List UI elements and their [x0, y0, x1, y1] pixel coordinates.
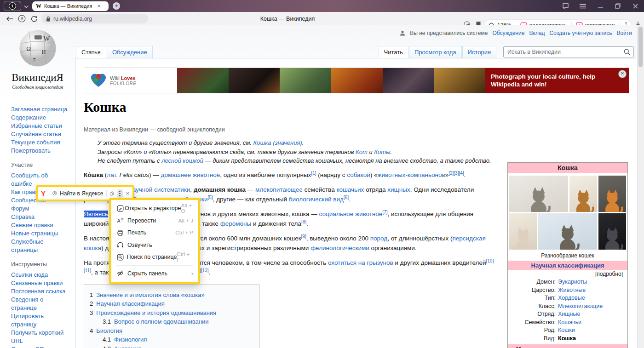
personal-link[interactable]: Вклад — [529, 30, 545, 36]
article-link[interactable]: животных-компаньонов — [377, 171, 445, 178]
toc-link[interactable]: Значение и этимология слова «кошка» — [96, 291, 204, 300]
article-link[interactable]: Кот — [356, 148, 368, 155]
cat-photo[interactable] — [598, 176, 626, 212]
reference-link[interactable]: [9] — [301, 234, 306, 239]
wiki-search-box[interactable] — [503, 46, 634, 57]
refresh-button[interactable] — [28, 14, 40, 24]
wiki-loves-folklore-banner[interactable]: Wiki Loves FOLKLORE Photograph your loc — [84, 68, 629, 93]
banner-close-icon[interactable]: ✕ — [618, 70, 627, 78]
toc-link[interactable]: Биология — [96, 326, 122, 336]
toc-link[interactable]: Физиология — [114, 335, 147, 344]
cat-photo[interactable] — [598, 213, 626, 250]
context-menu-item[interactable]: Открыть в редактореAlt + O — [111, 202, 198, 215]
copy-icon[interactable] — [110, 190, 114, 197]
taxonomy-value[interactable]: Млекопитающие — [558, 302, 603, 311]
search-icon[interactable] — [624, 49, 630, 55]
taxonomy-value[interactable]: Хищные — [558, 310, 580, 319]
toc-link[interactable]: Происхождение и история одомашнивания — [96, 308, 216, 318]
toc-entry[interactable]: 1Значение и этимология слова «кошка» — [90, 291, 253, 300]
popup-close-icon[interactable] — [126, 191, 129, 196]
personal-link[interactable]: Создать учётную запись — [549, 30, 612, 36]
article-link[interactable]: пород — [370, 235, 387, 242]
sidebar-link[interactable]: Скачать QR-код — [11, 345, 69, 348]
reference-link[interactable]: [2][3][4] — [448, 170, 464, 175]
minimize-button[interactable] — [592, 0, 609, 12]
personal-link[interactable]: Войти — [616, 30, 632, 36]
article-link[interactable]: социальное животное — [319, 211, 383, 217]
browser-tab[interactable]: W Кошка — Википедия ✕ — [32, 1, 109, 11]
taxonomy-value[interactable]: Животные — [558, 286, 586, 295]
personal-link[interactable]: Обсуждение — [492, 30, 524, 36]
context-menu-item[interactable]: Скрыть панель› — [111, 268, 198, 280]
address-bar[interactable]: ru.wikipedia.org — [41, 14, 148, 23]
reference-link[interactable]: [5] — [208, 194, 213, 200]
sidebar-link[interactable]: Связанные правки — [11, 279, 69, 287]
reference-link[interactable]: [1] — [311, 170, 316, 175]
wiki-tab[interactable]: Просмотр кода — [409, 46, 462, 58]
article-link[interactable]: феромоны — [220, 220, 252, 227]
sidebar-link[interactable]: Получить короткий URL — [11, 329, 69, 345]
menu-hamburger-icon[interactable] — [574, 0, 592, 12]
sidebar-link[interactable]: Форум — [11, 205, 69, 213]
toc-entry[interactable]: 3Происхождение и история одомашнивания — [90, 308, 253, 318]
yandex-logo-icon[interactable]: Y — [41, 189, 46, 197]
sidebar-link[interactable]: Цитировать страницу — [11, 312, 69, 329]
wiki-tab[interactable]: Обсуждение — [107, 46, 153, 58]
article-link[interactable]: научной систематики — [129, 186, 190, 193]
scrollbar-thumb[interactable] — [638, 27, 643, 67]
taxonomy-value[interactable]: Кошачьи — [558, 319, 581, 327]
toc-link[interactable]: Анатомия — [114, 344, 141, 348]
restore-button[interactable] — [609, 0, 627, 12]
article-link[interactable]: Кошка (значения) — [253, 139, 302, 146]
toc-link[interactable]: Вопрос о полном одомашнивании — [114, 317, 208, 326]
yandex-services-icon[interactable]: Я — [16, 14, 28, 24]
context-menu-item[interactable]: АфПеревестиAlt + J — [111, 215, 198, 227]
article-link[interactable]: домашнее животное — [161, 171, 220, 178]
taxonomy-value[interactable]: Эукариоты — [558, 278, 587, 286]
article-link[interactable]: биологический вид — [289, 196, 344, 203]
new-tab-button[interactable]: + — [113, 2, 120, 10]
popup-more-icon[interactable] — [117, 189, 123, 198]
tab-group-button[interactable]: 1 — [4, 1, 21, 11]
reference-link[interactable]: [6] — [344, 194, 349, 200]
article-link[interactable]: охотиться на грызунов — [328, 259, 393, 266]
article-link[interactable]: лесной кошкой — [161, 157, 203, 164]
toc-entry[interactable]: 4.2Анатомия — [90, 344, 253, 348]
toc-entry[interactable]: 4Биология — [90, 326, 253, 336]
sidebar-link[interactable]: Служебные страницы — [11, 238, 69, 254]
toc-link[interactable]: Научная классификация — [96, 299, 165, 308]
sidebar-link[interactable]: Текущие события — [11, 138, 69, 147]
article-link[interactable]: кошачьих — [336, 186, 364, 193]
wiki-tab[interactable]: Читать — [379, 46, 408, 58]
page-scrollbar[interactable] — [637, 25, 644, 348]
sidebar-link[interactable]: Сведения о странице — [11, 296, 69, 312]
taxonomy-value[interactable]: Кошки — [558, 326, 575, 335]
sidebar-link[interactable]: Пожертвовать — [11, 147, 69, 155]
wiki-tab[interactable]: История — [462, 46, 496, 58]
article-link[interactable]: собакой — [347, 171, 370, 178]
cat-photo[interactable] — [509, 213, 537, 250]
cat-photo[interactable] — [569, 176, 597, 212]
sidebar-link[interactable]: Новые страницы — [11, 229, 69, 238]
classification-detail-link[interactable]: [подробно] — [508, 270, 627, 278]
cat-photo[interactable] — [509, 176, 568, 212]
toc-entry[interactable]: 2Научная классификация — [90, 299, 253, 308]
article-link[interactable]: лат. — [107, 171, 118, 178]
back-button[interactable] — [4, 14, 16, 24]
search-input[interactable] — [504, 49, 624, 55]
reference-link[interactable]: [7] — [382, 209, 387, 214]
sidebar-link[interactable]: Содержание — [11, 114, 69, 122]
context-menu-item[interactable]: Озвучить — [111, 239, 198, 251]
sidebar-link[interactable]: Свежие правки — [11, 221, 69, 229]
toc-entry[interactable]: 4.1Физиология — [90, 335, 253, 344]
sidebar-link[interactable]: Ссылки сюда — [11, 271, 69, 279]
wikipedia-globe-logo[interactable]: W Ω И 7 — [17, 28, 58, 68]
sidebar-link[interactable]: Избранные статьи — [11, 122, 69, 130]
close-window-button[interactable] — [627, 0, 644, 12]
cat-photo[interactable] — [538, 213, 597, 250]
tab-close-icon[interactable]: ✕ — [97, 3, 101, 9]
sidebar-link[interactable]: Постоянная ссылка — [11, 287, 69, 296]
sidebar-link[interactable]: Заглавная страница — [11, 105, 69, 114]
toc-entry[interactable]: 3.1Вопрос о полном одомашнивании — [90, 317, 253, 326]
article-link[interactable]: фелинологическими — [310, 245, 369, 251]
